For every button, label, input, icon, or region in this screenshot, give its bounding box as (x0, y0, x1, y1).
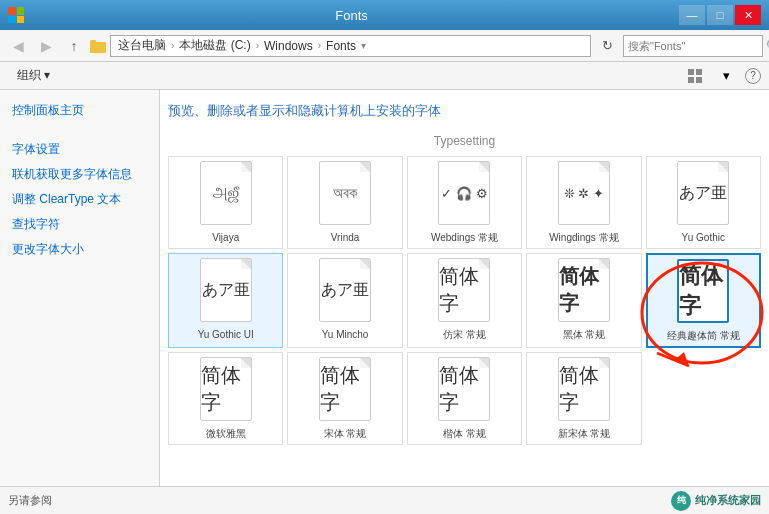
font-item-yugothic[interactable]: あア亜 Yu Gothic (646, 156, 761, 249)
content-area: 预览、删除或者显示和隐藏计算机上安装的字体 Typesetting அஜீ Vi… (160, 90, 769, 486)
toolbar: 组织 ▾ ▾ ? (0, 62, 769, 90)
font-item-songti[interactable]: 简体字 宋体 常规 (287, 352, 402, 445)
view-toggle-button[interactable] (685, 65, 707, 87)
maximize-button[interactable]: □ (707, 5, 733, 25)
grid-view-icon (688, 69, 704, 83)
font-page-songti: 简体字 (319, 357, 371, 421)
font-page-vrinda: অবক (319, 161, 371, 225)
font-page-wingdings: ❊ ✲ ✦ (558, 161, 610, 225)
path-dropdown-arrow: ▾ (361, 40, 366, 51)
font-name-heiti: 黑体 常规 (563, 328, 606, 341)
font-item-yumincho[interactable]: あア亜 Yu Mincho (287, 253, 402, 348)
path-arrow-2: › (256, 40, 259, 51)
path-segment-computer[interactable]: 这台电脑 (115, 36, 169, 55)
font-grid-row1: அஜீ Vijaya অবক Vrinda ✓ 🎧 ⚙ (168, 156, 761, 249)
status-bar: 另请参阅 纯 纯净系统家园 (0, 486, 769, 514)
font-page-vijaya: அஜீ (200, 161, 252, 225)
path-arrow-3: › (318, 40, 321, 51)
font-grid-placeholder (646, 352, 761, 445)
svg-rect-8 (688, 77, 694, 83)
font-preview-yugothicui: あア亜 (201, 260, 251, 320)
sidebar-link-home[interactable]: 控制面板主页 (0, 98, 159, 123)
font-page-yugothicui: あア亜 (200, 258, 252, 322)
close-button[interactable]: ✕ (735, 5, 761, 25)
font-page-quti: 简体字 (677, 259, 729, 323)
font-name-vijaya: Vijaya (212, 231, 239, 244)
font-name-yahei: 微软雅黑 (206, 427, 246, 440)
font-item-yahei[interactable]: 简体字 微软雅黑 (168, 352, 283, 445)
content-header: 预览、删除或者显示和隐藏计算机上安装的字体 (168, 98, 761, 124)
path-segment-drive[interactable]: 本地磁盘 (C:) (176, 36, 253, 55)
font-preview-yugothic: あア亜 (678, 163, 728, 223)
font-item-kaiti[interactable]: 简体字 楷体 常规 (407, 352, 522, 445)
font-name-songti: 宋体 常规 (324, 427, 367, 440)
back-button[interactable]: ◀ (6, 34, 30, 58)
svg-rect-1 (17, 7, 24, 15)
svg-rect-6 (688, 69, 694, 75)
sidebar-link-online-fonts[interactable]: 联机获取更多字体信息 (0, 162, 159, 187)
minimize-button[interactable]: — (679, 5, 705, 25)
sidebar: 控制面板主页 字体设置 联机获取更多字体信息 调整 ClearType 文本 查… (0, 90, 160, 486)
font-item-heiti[interactable]: 简体字 黑体 常规 (526, 253, 641, 348)
up-button[interactable]: ↑ (62, 34, 86, 58)
font-grid-row2: あア亜 Yu Gothic UI あア亜 Yu Mincho 简体字 (168, 253, 761, 348)
refresh-button[interactable]: ↻ (595, 34, 619, 58)
font-preview-webdings: ✓ 🎧 ⚙ (439, 163, 489, 223)
watermark-text: 纯净系统家园 (695, 493, 761, 508)
font-page-fangsong: 简体字 (438, 258, 490, 322)
font-name-fangsong: 仿宋 常规 (443, 328, 486, 341)
font-item-newsong[interactable]: 简体字 新宋体 常规 (526, 352, 641, 445)
font-page-webdings: ✓ 🎧 ⚙ (438, 161, 490, 225)
forward-button[interactable]: ▶ (34, 34, 58, 58)
font-item-wingdings[interactable]: ❊ ✲ ✦ Wingdings 常规 (526, 156, 641, 249)
status-text: 另请参阅 (8, 493, 52, 508)
organize-button[interactable]: 组织 ▾ (8, 65, 59, 87)
search-box[interactable]: 🔍 (623, 35, 763, 57)
help-icon[interactable]: ? (745, 68, 761, 84)
path-segment-windows[interactable]: Windows (261, 38, 316, 54)
font-page-newsong: 简体字 (558, 357, 610, 421)
sidebar-link-cleartype[interactable]: 调整 ClearType 文本 (0, 187, 159, 212)
svg-rect-2 (8, 16, 16, 23)
font-preview-vrinda: অবক (320, 163, 370, 223)
svg-rect-9 (696, 77, 702, 83)
title-bar-controls: — □ ✕ (679, 5, 761, 25)
font-name-vrinda: Vrinda (331, 231, 360, 244)
font-preview-vijaya: அஜீ (201, 163, 251, 223)
font-name-newsong: 新宋体 常规 (558, 427, 611, 440)
path-arrow-1: › (171, 40, 174, 51)
font-page-heiti: 简体字 (558, 258, 610, 322)
font-page-yugothic: あア亜 (677, 161, 729, 225)
path-segment-fonts[interactable]: Fonts (323, 38, 359, 54)
view-dropdown-button[interactable]: ▾ (715, 65, 737, 87)
window-icon (8, 7, 24, 23)
folder-icon (90, 39, 106, 53)
font-item-webdings[interactable]: ✓ 🎧 ⚙ Webdings 常规 (407, 156, 522, 249)
font-item-fangsong[interactable]: 简体字 仿宋 常规 (407, 253, 522, 348)
svg-rect-5 (90, 40, 96, 44)
font-preview-wingdings: ❊ ✲ ✦ (559, 163, 609, 223)
font-name-yugothic: Yu Gothic (682, 231, 725, 244)
sidebar-link-font-size[interactable]: 更改字体大小 (0, 237, 159, 262)
font-preview-yumincho: あア亜 (320, 260, 370, 320)
font-name-yugothicui: Yu Gothic UI (198, 328, 254, 341)
sidebar-link-font-settings[interactable]: 字体设置 (0, 137, 159, 162)
search-input[interactable] (628, 40, 766, 52)
svg-rect-3 (17, 16, 24, 23)
font-item-quti[interactable]: 简体字 经典趣体简 常规 (646, 253, 761, 348)
title-bar: Fonts — □ ✕ (0, 0, 769, 30)
section-label-typesetting: Typesetting (168, 134, 761, 148)
font-item-yugothicui[interactable]: あア亜 Yu Gothic UI (168, 253, 283, 348)
sidebar-link-find-char[interactable]: 查找字符 (0, 212, 159, 237)
font-name-webdings: Webdings 常规 (431, 231, 498, 244)
address-path[interactable]: 这台电脑 › 本地磁盘 (C:) › Windows › Fonts ▾ (110, 35, 591, 57)
title-bar-left (8, 7, 24, 23)
font-name-kaiti: 楷体 常规 (443, 427, 486, 440)
font-item-vijaya[interactable]: அஜீ Vijaya (168, 156, 283, 249)
font-name-wingdings: Wingdings 常规 (549, 231, 618, 244)
window-title: Fonts (24, 8, 679, 23)
address-bar: ◀ ▶ ↑ 这台电脑 › 本地磁盘 (C:) › Windows › Fonts… (0, 30, 769, 62)
font-item-vrinda[interactable]: অবক Vrinda (287, 156, 402, 249)
watermark-icon: 纯 (671, 491, 691, 511)
font-page-yumincho: あア亜 (319, 258, 371, 322)
